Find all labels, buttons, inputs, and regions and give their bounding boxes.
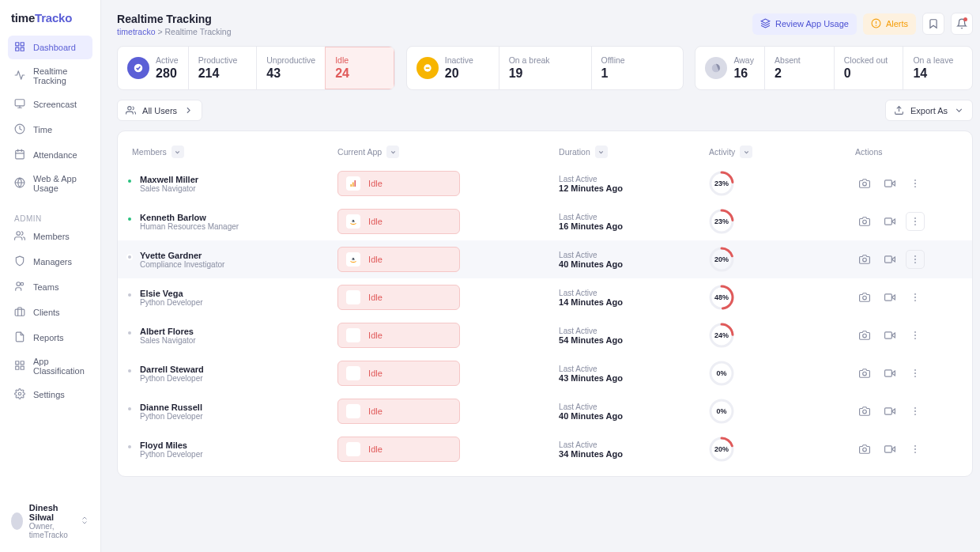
sidebar-item-managers[interactable]: Managers (8, 250, 92, 274)
duration-cell: Last Active54 Minutes Ago (559, 327, 709, 345)
app-badge: Idle (337, 171, 460, 196)
bookmark-button[interactable] (922, 13, 944, 35)
sidebar-item-attendance[interactable]: Attendance (8, 143, 92, 167)
last-active-label: Last Active (559, 213, 709, 221)
screencast-button[interactable] (880, 364, 899, 383)
svg-point-77 (914, 338, 916, 339)
stat-away[interactable]: Away16 (695, 47, 764, 89)
svg-rect-82 (885, 370, 892, 376)
sort-app[interactable] (386, 146, 399, 158)
stat-clocked-out[interactable]: Clocked out0 (834, 47, 903, 89)
review-app-usage-button[interactable]: Review App Usage (752, 13, 857, 35)
sidebar-item-realtime-tracking[interactable]: Realtime Tracking (8, 61, 92, 91)
member-role: Sales Navigator (140, 184, 198, 193)
screencast-button[interactable] (880, 288, 899, 307)
screencast-button[interactable] (880, 402, 899, 421)
row-menu-button[interactable] (906, 174, 925, 193)
screenshot-button[interactable] (855, 440, 874, 459)
screencast-button[interactable] (880, 250, 899, 269)
stat-on-a-break[interactable]: On a break19 (499, 47, 591, 89)
presence-dot (126, 444, 133, 450)
sidebar-user[interactable]: Dinesh Silwal Owner, timeTracko (8, 498, 92, 544)
stat-productive[interactable]: Productive214 (188, 47, 257, 89)
table-row[interactable]: Dianne RussellPython DeveloperIdleLast A… (118, 392, 972, 430)
stat-idle[interactable]: Idle24 (325, 47, 394, 89)
stat-on-a-leave[interactable]: On a leave14 (903, 47, 972, 89)
screenshot-button[interactable] (855, 174, 874, 193)
screenshot-button[interactable] (855, 326, 874, 345)
screencast-button[interactable] (880, 440, 899, 459)
screenshot-button[interactable] (855, 212, 874, 231)
sort-duration[interactable] (595, 146, 608, 158)
sidebar-item-teams[interactable]: Teams (8, 275, 92, 299)
sidebar-item-reports[interactable]: Reports (8, 326, 92, 350)
activity-ring: 0% (709, 399, 734, 424)
alerts-button[interactable]: Alerts (863, 13, 916, 35)
svg-rect-17 (15, 309, 24, 316)
sidebar-item-clients[interactable]: Clients (8, 301, 92, 324)
export-button[interactable]: Export As (885, 100, 973, 121)
table-row[interactable]: Darrell StewardPython DeveloperIdleLast … (118, 354, 972, 392)
svg-point-88 (863, 410, 867, 414)
svg-marker-48 (891, 219, 895, 224)
activity-cell: 24% (709, 323, 855, 348)
app-cell: Idle (337, 171, 559, 196)
svg-point-43 (914, 186, 916, 187)
sidebar-item-members[interactable]: Members (8, 225, 92, 248)
all-users-filter[interactable]: All Users (117, 100, 202, 121)
screenshot-button[interactable] (855, 250, 874, 269)
sort-members[interactable] (172, 146, 184, 158)
stat-active[interactable]: Active280 (118, 47, 188, 89)
screenshot-button[interactable] (855, 288, 874, 307)
row-menu-button[interactable] (906, 440, 925, 459)
sort-activity[interactable] (740, 146, 752, 158)
last-active-label: Last Active (559, 440, 709, 449)
svg-point-26 (876, 25, 876, 25)
screenshot-button[interactable] (855, 364, 874, 383)
table-row[interactable]: Kenneth BarlowHuman Resources ManageraId… (118, 202, 972, 240)
stat-absent[interactable]: Absent2 (764, 47, 834, 89)
sidebar-item-screencast[interactable]: Screencast (8, 93, 92, 116)
activity-cell: 23% (709, 171, 855, 196)
activity-percent: 23% (709, 171, 734, 196)
nav-admin-heading: ADMIN (8, 210, 92, 225)
alert-icon (871, 18, 881, 30)
duration-cell: Last Active16 Minutes Ago (559, 213, 709, 231)
svg-point-51 (914, 221, 916, 222)
sidebar-item-web-app-usage[interactable]: Web & App Usage (8, 168, 92, 198)
table-row[interactable]: Maxwell MillerSales NavigatorIdleLast Ac… (118, 164, 972, 202)
chevron-right-icon (183, 105, 194, 115)
col-members: Members (132, 146, 337, 158)
apps-icon (14, 360, 25, 372)
row-menu-button[interactable] (906, 364, 925, 383)
stat-unproductive[interactable]: Unproductive43 (256, 47, 325, 89)
table-row[interactable]: Yvette GardnerCompliance InvestigatoraId… (118, 240, 972, 278)
row-menu-button[interactable] (906, 288, 925, 307)
table-row[interactable]: Floyd MilesPython DeveloperIdleLast Acti… (118, 430, 972, 468)
stat-offline[interactable]: Offline1 (591, 47, 684, 89)
row-menu-button[interactable] (906, 212, 925, 231)
screenshot-button[interactable] (855, 402, 874, 421)
table-row[interactable]: Elsie VegaPython DeveloperIdleLast Activ… (118, 278, 972, 316)
table-row[interactable]: Albert FloresSales NavigatorIdleLast Act… (118, 316, 972, 354)
app-icon: a (346, 214, 360, 229)
row-menu-button[interactable] (906, 326, 925, 345)
breadcrumb-root[interactable]: timetracko (117, 27, 155, 36)
logo: timeTracko (11, 11, 89, 25)
svg-marker-97 (891, 447, 895, 452)
notifications-button[interactable] (951, 13, 973, 35)
duration-value: 14 Minutes Ago (559, 297, 709, 307)
screencast-button[interactable] (880, 174, 899, 193)
row-menu-button[interactable] (906, 250, 925, 269)
sidebar-item-app-classification[interactable]: App Classification (8, 351, 92, 381)
screencast-button[interactable] (880, 212, 899, 231)
stat-inactive[interactable]: Inactive20 (407, 47, 499, 89)
actions-cell (855, 250, 958, 269)
sidebar-item-dashboard[interactable]: Dashboard (8, 36, 92, 59)
sidebar-item-time[interactable]: Time (8, 118, 92, 142)
svg-rect-34 (352, 183, 354, 187)
row-menu-button[interactable] (906, 402, 925, 421)
screencast-button[interactable] (880, 326, 899, 345)
svg-point-56 (863, 258, 867, 262)
sidebar-item-settings[interactable]: Settings (8, 383, 92, 406)
